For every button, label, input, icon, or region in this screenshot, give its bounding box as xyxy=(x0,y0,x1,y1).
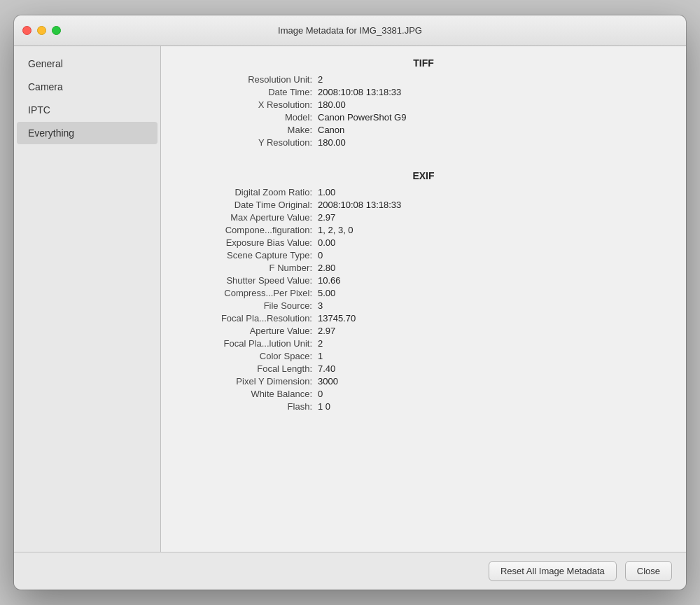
footer: Reset All Image Metadata Close xyxy=(14,552,686,590)
metadata-label: Color Space: xyxy=(178,351,318,361)
metadata-value: 2008:10:08 13:18:33 xyxy=(318,87,401,97)
sidebar-item-camera[interactable]: Camera xyxy=(17,76,158,98)
metadata-label: Scene Capture Type: xyxy=(178,250,318,260)
window: Image Metadata for IMG_3381.JPG GeneralC… xyxy=(14,15,686,590)
metadata-label: Exposure Bias Value: xyxy=(178,237,318,248)
sidebar-item-iptc[interactable]: IPTC xyxy=(17,99,158,121)
section-tiff: TIFFResolution Unit:2Date Time:2008:10:0… xyxy=(178,57,669,148)
metadata-label: Make: xyxy=(178,125,318,135)
table-row: Date Time Original:2008:10:08 13:18:33 xyxy=(178,200,669,210)
main-content: TIFFResolution Unit:2Date Time:2008:10:0… xyxy=(161,46,686,552)
metadata-label: Flash: xyxy=(178,401,318,412)
metadata-label: Date Time Original: xyxy=(178,200,318,210)
metadata-label: Max Aperture Value: xyxy=(178,212,318,223)
table-row: F Number:2.80 xyxy=(178,263,669,273)
table-row: Compone...figuration:1, 2, 3, 0 xyxy=(178,225,669,235)
metadata-label: Focal Pla...Resolution: xyxy=(178,313,318,324)
metadata-label: Date Time: xyxy=(178,87,318,97)
table-row: File Source:3 xyxy=(178,300,669,311)
window-title: Image Metadata for IMG_3381.JPG xyxy=(278,25,422,36)
section-title-tiff: TIFF xyxy=(178,57,669,69)
metadata-value: 0 xyxy=(318,250,323,260)
table-row: Flash:1 0 xyxy=(178,401,669,412)
section-exif: EXIFDigital Zoom Ratio:1.00Date Time Ori… xyxy=(178,170,669,412)
table-row: White Balance:0 xyxy=(178,389,669,399)
maximize-button[interactable] xyxy=(52,26,61,35)
table-row: Model:Canon PowerShot G9 xyxy=(178,112,669,123)
metadata-value: 13745.70 xyxy=(318,313,356,324)
metadata-value: 180.00 xyxy=(318,137,346,148)
table-row: Aperture Value:2.97 xyxy=(178,326,669,336)
close-button-footer[interactable]: Close xyxy=(625,561,672,581)
metadata-value: Canon PowerShot G9 xyxy=(318,112,406,123)
metadata-label: Digital Zoom Ratio: xyxy=(178,187,318,197)
metadata-value: 3 xyxy=(318,300,323,311)
table-row: Scene Capture Type:0 xyxy=(178,250,669,260)
metadata-label: Y Resolution: xyxy=(178,137,318,148)
content-area: GeneralCameraIPTCEverything TIFFResoluti… xyxy=(14,46,686,552)
sidebar: GeneralCameraIPTCEverything xyxy=(14,46,161,552)
table-row: Shutter Speed Value:10.66 xyxy=(178,275,669,286)
metadata-label: Pixel Y Dimension: xyxy=(178,376,318,387)
metadata-label: F Number: xyxy=(178,263,318,273)
metadata-value: Canon xyxy=(318,125,344,135)
metadata-label: Compress...Per Pixel: xyxy=(178,288,318,298)
metadata-label: Model: xyxy=(178,112,318,123)
metadata-value: 0 xyxy=(318,389,323,399)
titlebar: Image Metadata for IMG_3381.JPG xyxy=(14,15,686,46)
table-row: Pixel Y Dimension:3000 xyxy=(178,376,669,387)
traffic-lights xyxy=(22,26,61,35)
sidebar-item-general[interactable]: General xyxy=(17,53,158,75)
metadata-value: 10.66 xyxy=(318,275,341,286)
table-row: Y Resolution:180.00 xyxy=(178,137,669,148)
table-row: X Resolution:180.00 xyxy=(178,99,669,110)
section-title-exif: EXIF xyxy=(178,170,669,181)
metadata-label: Resolution Unit: xyxy=(178,74,318,85)
table-row: Focal Pla...Resolution:13745.70 xyxy=(178,313,669,324)
metadata-value: 3000 xyxy=(318,376,338,387)
metadata-value: 2008:10:08 13:18:33 xyxy=(318,200,401,210)
metadata-value: 1, 2, 3, 0 xyxy=(318,225,354,235)
metadata-label: Focal Pla...lution Unit: xyxy=(178,338,318,349)
metadata-label: Shutter Speed Value: xyxy=(178,275,318,286)
sidebar-item-everything[interactable]: Everything xyxy=(17,122,158,144)
metadata-value: 180.00 xyxy=(318,99,346,110)
table-row: Max Aperture Value:2.97 xyxy=(178,212,669,223)
metadata-value: 1 0 xyxy=(318,401,330,412)
table-row: Color Space:1 xyxy=(178,351,669,361)
reset-button[interactable]: Reset All Image Metadata xyxy=(489,561,617,581)
metadata-value: 1 xyxy=(318,351,323,361)
metadata-label: Focal Length: xyxy=(178,363,318,374)
metadata-value: 7.40 xyxy=(318,363,335,374)
table-row: Resolution Unit:2 xyxy=(178,74,669,85)
metadata-value: 2.97 xyxy=(318,212,335,223)
metadata-value: 0.00 xyxy=(318,237,335,248)
metadata-value: 5.00 xyxy=(318,288,335,298)
table-row: Focal Length:7.40 xyxy=(178,363,669,374)
minimize-button[interactable] xyxy=(37,26,46,35)
table-row: Make:Canon xyxy=(178,125,669,135)
metadata-label: Compone...figuration: xyxy=(178,225,318,235)
table-row: Date Time:2008:10:08 13:18:33 xyxy=(178,87,669,97)
metadata-value: 2.80 xyxy=(318,263,335,273)
table-row: Digital Zoom Ratio:1.00 xyxy=(178,187,669,197)
metadata-value: 2 xyxy=(318,338,323,349)
metadata-value: 1.00 xyxy=(318,187,335,197)
table-row: Compress...Per Pixel:5.00 xyxy=(178,288,669,298)
table-row: Exposure Bias Value:0.00 xyxy=(178,237,669,248)
metadata-label: X Resolution: xyxy=(178,99,318,110)
metadata-value: 2.97 xyxy=(318,326,335,336)
table-row: Focal Pla...lution Unit:2 xyxy=(178,338,669,349)
metadata-label: File Source: xyxy=(178,300,318,311)
metadata-value: 2 xyxy=(318,74,323,85)
metadata-label: White Balance: xyxy=(178,389,318,399)
close-button[interactable] xyxy=(22,26,31,35)
metadata-label: Aperture Value: xyxy=(178,326,318,336)
